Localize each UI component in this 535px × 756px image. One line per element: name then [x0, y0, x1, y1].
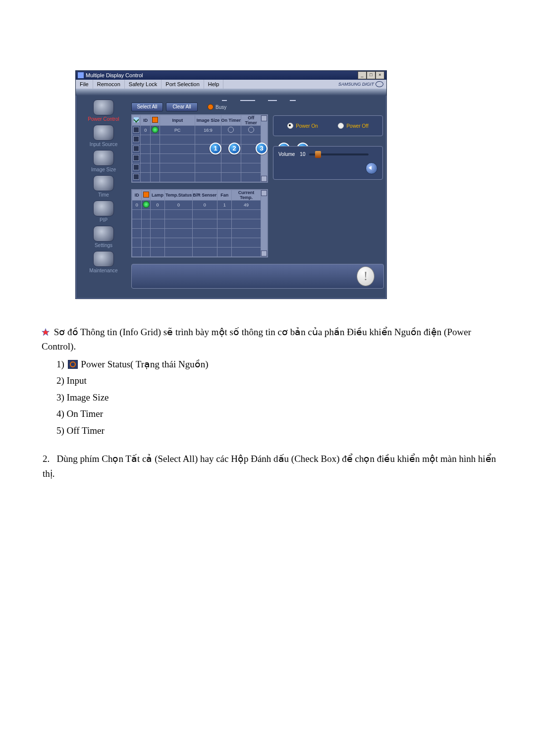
scroll-up-icon[interactable]	[261, 190, 267, 196]
star-icon	[42, 328, 50, 336]
input-source-icon	[93, 125, 114, 141]
power-on-radio[interactable]: Power On	[287, 123, 318, 129]
image-size-icon	[93, 150, 114, 166]
table-row[interactable]	[132, 210, 268, 219]
col-input: Input	[160, 115, 195, 126]
col-power-icon	[143, 192, 149, 198]
sidebar-item-settings[interactable]: Settings	[80, 226, 127, 248]
list-item: 1) Power Status( Trạng thái Nguồn)	[56, 357, 497, 371]
list-item: 2) Input	[56, 373, 497, 388]
sidebar-item-power-control[interactable]: Power Control	[80, 100, 127, 122]
menu-file[interactable]: File	[76, 80, 93, 89]
table-row[interactable]	[132, 135, 268, 145]
on-timer-icon	[228, 127, 234, 133]
scroll-up-icon[interactable]	[261, 115, 267, 121]
app-window: Multiple Display Control _ □ × File Remo…	[75, 70, 387, 299]
row-checkbox[interactable]	[133, 164, 139, 170]
title-bar: Multiple Display Control _ □ ×	[76, 71, 386, 80]
list-item: 3) Image Size	[56, 390, 497, 404]
alert-icon: !	[357, 266, 374, 286]
volume-label: Volume	[278, 151, 295, 157]
sidebar-item-image-size[interactable]: Image Size	[80, 150, 127, 172]
table-row[interactable]	[132, 219, 268, 229]
header-checkbox[interactable]	[133, 117, 139, 123]
col-power-icon	[152, 117, 158, 123]
sidebar-item-maintenance[interactable]: Maintenance	[80, 251, 127, 273]
col-off-timer: Off Timer	[241, 115, 261, 126]
callout-2: 2	[228, 143, 240, 154]
close-button[interactable]: ×	[375, 71, 384, 79]
power-status-inline-icon	[68, 360, 78, 369]
app-icon	[78, 72, 84, 78]
radio-dot-icon	[338, 123, 344, 129]
menu-port-selection[interactable]: Port Selection	[161, 80, 204, 89]
menu-remocon[interactable]: Remocon	[93, 80, 125, 89]
row-checkbox[interactable]	[133, 174, 139, 180]
settings-icon	[93, 226, 114, 242]
table-row[interactable]	[132, 229, 268, 238]
svg-marker-0	[42, 329, 50, 336]
pip-icon	[93, 201, 114, 216]
col-br-senser: B/R Senser	[192, 190, 217, 201]
table-row[interactable]	[132, 145, 268, 154]
table-row[interactable]	[132, 154, 268, 163]
table-row[interactable]	[132, 238, 268, 248]
sidebar-item-pip[interactable]: PIP	[80, 201, 127, 223]
row-checkbox[interactable]	[133, 136, 139, 142]
col-id: ID	[132, 190, 142, 201]
speaker-icon[interactable]	[366, 162, 377, 174]
col-temp-status: Temp.Status	[165, 190, 192, 201]
row-checkbox[interactable]	[133, 146, 139, 151]
sidebar: Power Control Input Source Image Size Ti…	[80, 100, 127, 276]
off-timer-icon	[248, 127, 254, 133]
info-grid-top: ID Input Image Size On Timer Off Timer 0…	[131, 114, 268, 183]
table-row[interactable]	[132, 163, 268, 173]
time-icon	[93, 175, 114, 191]
sec2-num: 2.	[43, 454, 50, 464]
volume-value: 10	[300, 151, 305, 157]
power-status-icon	[143, 201, 150, 208]
col-on-timer: On Timer	[221, 115, 241, 126]
sidebar-item-input-source[interactable]: Input Source	[80, 125, 127, 147]
status-bar: !	[131, 264, 384, 289]
row-checkbox[interactable]	[133, 127, 139, 133]
col-lamp: Lamp	[150, 190, 165, 201]
menu-help[interactable]: Help	[204, 80, 224, 89]
volume-panel: Volume 10	[273, 146, 383, 180]
col-fan: Fan	[217, 190, 232, 201]
sidebar-item-time[interactable]: Time	[80, 175, 127, 198]
table-row[interactable]: 0 0 0 0 1 49	[132, 201, 268, 210]
col-image-size: Image Size	[195, 115, 221, 126]
scroll-down-icon[interactable]	[261, 251, 267, 256]
table-row[interactable]: 0 PC 16:9	[132, 126, 268, 135]
volume-thumb[interactable]	[315, 151, 321, 158]
busy-indicator-dot	[208, 104, 214, 110]
callout-3: 3	[256, 143, 268, 154]
brand-label: SAMSUNG DIGIT	[338, 80, 386, 89]
clear-all-button[interactable]: Clear All	[166, 102, 198, 111]
list-item: 4) On Timer	[56, 406, 497, 421]
menu-safety-lock[interactable]: Safety Lock	[125, 80, 161, 89]
maximize-button[interactable]: □	[367, 71, 375, 79]
lead-text: Sơ đồ Thông tin (Info Grid) sẽ trình bày…	[42, 327, 471, 352]
menu-bar: File Remocon Safety Lock Port Selection …	[76, 80, 386, 89]
maintenance-icon	[93, 251, 114, 267]
table-row[interactable]	[132, 248, 268, 257]
table-row[interactable]	[132, 173, 268, 182]
radio-dot-icon	[287, 123, 293, 129]
busy-label: Busy	[215, 104, 226, 110]
info-grid-bottom: ID Lamp Temp.Status B/R Senser Fan Curre…	[131, 189, 268, 257]
callout-1: 1	[210, 143, 221, 154]
volume-slider[interactable]	[309, 153, 369, 155]
minimize-button[interactable]: _	[358, 71, 367, 79]
power-off-radio[interactable]: Power Off	[338, 123, 368, 129]
document-text: Sơ đồ Thông tin (Info Grid) sẽ trình bày…	[42, 325, 497, 481]
select-all-button[interactable]: Select All	[131, 102, 163, 111]
list-item: 5) Off Timer	[56, 423, 497, 438]
power-status-icon	[152, 126, 159, 133]
col-current-temp: Current Temp.	[232, 190, 261, 201]
power-toggle-panel: Power On Power Off	[273, 115, 383, 136]
row-checkbox[interactable]	[133, 155, 139, 161]
scroll-down-icon[interactable]	[261, 176, 267, 182]
sec2-text: Dùng phím Chọn Tất cả (Select All) hay c…	[43, 454, 496, 478]
